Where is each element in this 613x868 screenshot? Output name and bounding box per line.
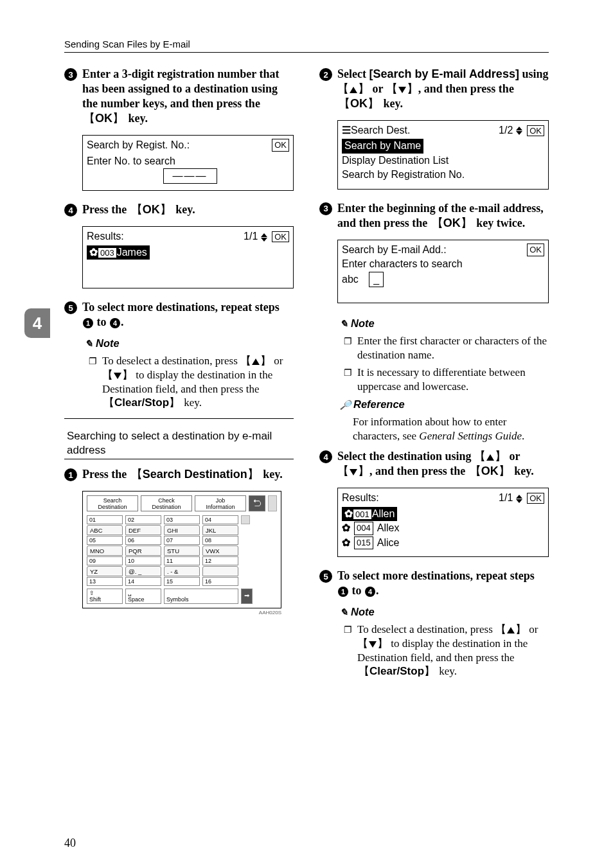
lcd-search-dest: ☰Search Dest. 1/2 OK Search by Name Disp…: [337, 120, 549, 190]
step-4-right: 4 Select the destination using 【】 or 【】,…: [319, 449, 549, 479]
lcd-count: 1/1: [244, 231, 258, 242]
note-heading: Note: [340, 606, 549, 618]
lcd-caret-box: _: [369, 272, 384, 287]
kb-key: STU: [164, 545, 200, 556]
step-number-icon: 5: [319, 570, 332, 583]
bullet-icon: [344, 334, 352, 362]
lcd-result-row: ✿004Allex: [342, 521, 544, 535]
lcd-title: Search Dest.: [351, 125, 410, 136]
left-column: 3 Enter a 3-digit registration number th…: [64, 67, 294, 680]
menu-icon: ☰: [342, 125, 351, 136]
note-item: It is necessary to differentiate between…: [344, 366, 549, 394]
updown-icon: [261, 233, 267, 242]
down-arrow-icon: [114, 373, 121, 379]
ok-indicator-icon: OK: [272, 139, 289, 152]
step-text: Enter the beginning of the e-mail addres…: [337, 201, 549, 231]
lcd-search-email: Search by E-mail Add.: OK Enter characte…: [337, 240, 549, 303]
kb-key: [202, 566, 238, 576]
up-arrow-icon: [350, 87, 357, 93]
kb-key: . - &: [164, 566, 200, 576]
ref-step-1-icon: 1: [338, 587, 348, 597]
step-text: Select the destination using 【】 or 【】, a…: [337, 449, 549, 479]
kb-job-information-button: JobInformation: [195, 495, 246, 511]
updown-icon: [516, 495, 522, 503]
lcd-count: 1/2: [499, 125, 513, 136]
note-item: Enter the first character or characters …: [344, 334, 549, 362]
step-text: Press the OK key.: [82, 202, 195, 217]
ok-indicator-icon: OK: [272, 231, 289, 242]
lcd-row: Display Destination List: [342, 154, 544, 168]
ok-key: OK: [431, 216, 474, 231]
lcd-line: Enter No. to search: [87, 154, 175, 168]
lcd-title: Search by E-mail Add.:: [342, 243, 447, 257]
keyboard-illustration: SearchDestination CheckDestination JobIn…: [82, 491, 281, 616]
step-number-icon: 3: [64, 68, 77, 81]
lcd-result-row: ✿015Alice: [342, 536, 544, 550]
lcd-line: Enter characters to search: [342, 257, 544, 271]
step-3-right: 3 Enter the beginning of the e-mail addr…: [319, 201, 549, 231]
kb-key: MNO: [87, 545, 123, 556]
figure-caption: AAH020S: [82, 610, 281, 616]
kb-key: VWX: [202, 545, 238, 556]
up-arrow-icon: [486, 454, 494, 461]
ok-key: OK: [337, 96, 380, 111]
note-item: To deselect a destination, press 【】 or 【…: [89, 354, 294, 410]
kb-check-destination-button: CheckDestination: [141, 495, 192, 511]
up-arrow-icon: [507, 627, 515, 633]
lcd-input: ———: [163, 168, 217, 184]
lcd-search-regist: Search by Regist. No.: OK Enter No. to s…: [82, 135, 294, 191]
lcd-selected-row: Search by Name: [342, 139, 423, 153]
ok-indicator-icon: OK: [527, 244, 544, 256]
step-5-right: 5 To select more destinations, repeat st…: [319, 569, 549, 598]
reference-body: For information about how to enter chara…: [353, 415, 549, 443]
contact-icon: ✿: [342, 521, 350, 535]
note-heading: Note: [340, 317, 549, 330]
ok-key: OK: [82, 111, 125, 126]
step-text: Select [Search by E-mail Address] using …: [337, 67, 549, 111]
contact-icon: ✿: [342, 536, 350, 550]
kb-symbols-key: Symbols: [164, 589, 238, 604]
step-text: Enter a 3-digit registration number that…: [82, 67, 294, 126]
kb-space-key: ␣Space: [125, 589, 161, 604]
contact-icon: ✿: [344, 508, 353, 519]
ref-step-1-icon: 1: [83, 318, 93, 328]
up-arrow-icon: [252, 359, 260, 365]
lcd-results-right: Results: 1/1 OK ✿001Allen ✿004Allex ✿015…: [337, 488, 549, 557]
step-number-icon: 3: [319, 202, 332, 215]
lcd-result-row: ✿001Allen: [342, 507, 397, 521]
clear-stop-key: Clear/Stop: [357, 664, 436, 678]
lcd-count: 1/1: [499, 492, 513, 503]
search-destination-key: Search Destination: [130, 467, 260, 482]
kb-key: ABC: [87, 525, 123, 535]
ok-indicator-icon: OK: [527, 493, 544, 504]
down-arrow-icon: [350, 469, 357, 475]
step-number-icon: 5: [64, 301, 77, 314]
step-text: To select more destinations, repeat step…: [337, 569, 549, 598]
ref-step-4-icon: 4: [365, 587, 375, 597]
kb-shift-key: ⇧Shift: [87, 589, 123, 604]
bullet-icon: [344, 366, 352, 394]
section-heading: Searching to select a destination by e-m…: [67, 429, 294, 457]
bullet-icon: [344, 623, 352, 678]
right-column: 2 Select [Search by E-mail Address] usin…: [319, 67, 549, 680]
lcd-results: Results: 1/1 OK ✿003James: [82, 226, 294, 288]
clear-stop-key: Clear/Stop: [102, 396, 181, 410]
step-number-icon: 2: [319, 68, 332, 81]
step-4-left: 4 Press the OK key.: [64, 202, 294, 217]
page-number: 40: [64, 837, 76, 850]
step-number-icon: 4: [64, 204, 77, 217]
contact-icon: ✿: [89, 247, 98, 258]
kb-search-destination-button: SearchDestination: [87, 495, 138, 511]
kb-key: DEF: [125, 525, 161, 535]
ok-indicator-icon: OK: [527, 125, 544, 136]
kb-key: YZ: [87, 566, 123, 576]
lcd-title: Results:: [342, 491, 379, 505]
running-header: Sending Scan Files by E-mail: [64, 39, 549, 53]
step-text: To select more destinations, repeat step…: [82, 300, 294, 330]
ok-key: OK: [468, 464, 511, 479]
kb-key: PQR: [125, 545, 161, 556]
kb-back-arrow-icon: ⮌: [249, 495, 265, 511]
note-item: To deselect a destination, press 【】 or 【…: [344, 623, 549, 678]
note-heading: Note: [85, 337, 294, 350]
down-arrow-icon: [398, 87, 406, 93]
